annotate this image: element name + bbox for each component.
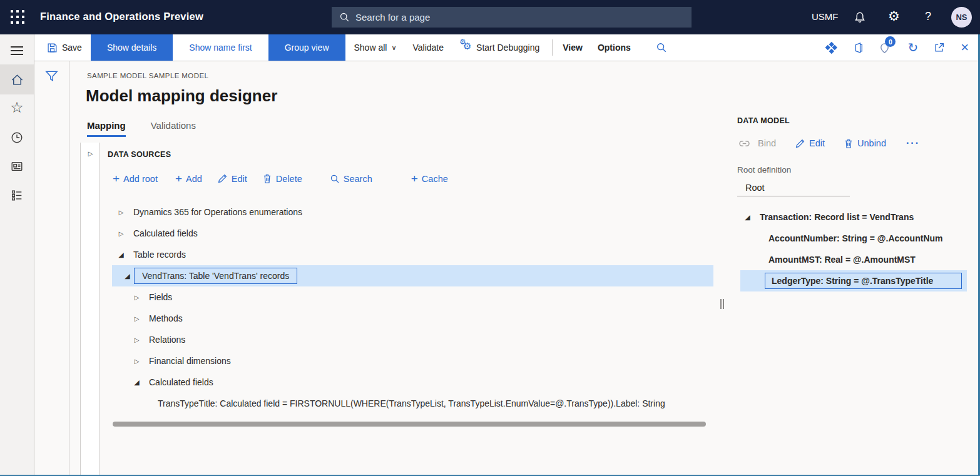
tree-item-label: Financial dimensions (149, 356, 231, 366)
tab-validations[interactable]: Validations (151, 120, 196, 137)
tab-mapping[interactable]: Mapping (87, 120, 126, 137)
avatar[interactable]: NS (951, 7, 972, 28)
page-title: Model mapping designer (86, 86, 277, 106)
chevron-down-icon: ∨ (391, 44, 396, 52)
tree-item-accountnumber[interactable]: AccountNumber: String = @.AccountNum (737, 228, 970, 249)
unbind-button[interactable]: Unbind (844, 138, 886, 149)
chevron-collapsed-icon[interactable]: ▷ (133, 337, 141, 343)
hamburger-menu-icon[interactable] (0, 42, 34, 59)
tree-item-label: Relations (149, 335, 185, 345)
show-details-label: Show details (107, 43, 156, 53)
chevron-collapsed-icon[interactable]: ▷ (117, 230, 125, 237)
show-all-label: Show all (354, 43, 387, 53)
messages-icon[interactable]: 0 (879, 41, 892, 54)
search-input[interactable] (355, 12, 692, 23)
validate-button[interactable]: Validate (412, 34, 444, 61)
tree-item-amountmst[interactable]: AmountMST: Real = @.AmountMST (737, 249, 970, 270)
diamonds-icon[interactable] (826, 43, 837, 53)
show-all-dropdown[interactable]: Show all ∨ (354, 34, 397, 61)
edit-button[interactable]: Edit (217, 173, 247, 184)
group-view-button[interactable]: Group view (268, 34, 345, 61)
datasources-panel: DATA SOURCES + Add root + Add Edit Dele (100, 143, 732, 475)
edit-binding-button[interactable]: Edit (795, 138, 825, 149)
plus-icon: + (113, 173, 120, 185)
tree-item-financial-dimensions[interactable]: ▷ Financial dimensions (100, 350, 732, 372)
search-icon (339, 12, 350, 23)
panel-splitter-handle[interactable] (720, 299, 727, 310)
topbar-search[interactable] (332, 7, 692, 28)
options-label: Options (598, 43, 631, 53)
show-name-first-button[interactable]: Show name first (173, 34, 268, 61)
collapse-panel-icon[interactable]: ▷ (86, 150, 94, 157)
horizontal-scrollbar[interactable] (113, 422, 706, 427)
settings-gear-icon[interactable]: ⚙ (888, 9, 900, 23)
tree-item-transaction[interactable]: ◢ Transaction: Record list = VendTrans (737, 206, 970, 228)
view-menu[interactable]: View (563, 34, 583, 61)
datasources-actions: + Add root + Add Edit Delete (113, 173, 448, 185)
link-icon (738, 139, 750, 148)
tree-item-transtypetitle[interactable]: TransTypeTitle: Calculated field = FIRST… (100, 393, 732, 414)
chevron-expanded-icon[interactable]: ◢ (117, 251, 125, 259)
refresh-icon[interactable]: ↻ (907, 41, 918, 54)
tree-item-ledgertype-selected[interactable]: LedgerType: String = @.TransTypeTitle (740, 270, 967, 291)
sidebar-item-recent[interactable] (0, 126, 34, 149)
start-debugging-button[interactable]: ⚙⚙ Start Debugging (460, 34, 539, 61)
sidebar-item-home[interactable] (0, 64, 34, 94)
tree-item-methods[interactable]: ▷ Methods (100, 308, 732, 329)
chevron-expanded-icon[interactable]: ◢ (123, 272, 131, 280)
more-options-ellipsis-icon[interactable]: ··· (906, 138, 920, 149)
tree-item-label: AccountNumber: String = @.AccountNum (768, 233, 943, 243)
tree-item-label: VendTrans: Table 'VendTrans' records (134, 268, 297, 284)
home-icon (10, 73, 24, 87)
help-icon[interactable]: ? (925, 11, 931, 22)
message-count-badge: 0 (885, 36, 896, 47)
sidebar-item-modules[interactable] (0, 183, 34, 207)
tree-item-label: AmountMST: Real = @.AmountMST (768, 255, 916, 265)
chevron-collapsed-icon[interactable]: ▷ (133, 294, 141, 301)
tree-item-label: Calculated fields (133, 228, 198, 238)
bind-label: Bind (758, 138, 776, 148)
add-root-button[interactable]: + Add root (113, 173, 158, 185)
bind-button[interactable]: Bind (738, 138, 776, 148)
tree-item-table-records[interactable]: ◢ Table records (100, 244, 732, 265)
chevron-collapsed-icon[interactable]: ▷ (133, 315, 141, 322)
sidebar-item-favorites[interactable]: ☆ (0, 96, 34, 119)
close-icon[interactable]: × (961, 41, 969, 54)
company-picker[interactable]: USMF (812, 11, 839, 22)
sidebar-item-workspaces[interactable] (0, 154, 34, 178)
filter-funnel-icon[interactable] (44, 69, 59, 83)
chevron-collapsed-icon[interactable]: ▷ (117, 209, 125, 216)
chevron-expanded-icon[interactable]: ◢ (133, 378, 141, 387)
show-details-button[interactable]: Show details (91, 34, 173, 61)
tab-strip: Mapping Validations (87, 120, 196, 137)
tree-item-enumerations[interactable]: ▷ Dynamics 365 for Operations enumeratio… (100, 201, 732, 223)
toolbar-search-button[interactable] (656, 34, 671, 61)
datasources-tree: ▷ Dynamics 365 for Operations enumeratio… (100, 201, 732, 414)
tree-item-label: Dynamics 365 for Operations enumerations (133, 207, 302, 217)
search-tree-button[interactable]: Search (330, 174, 372, 184)
open-in-new-window-icon[interactable] (934, 42, 945, 53)
tree-item-calculated-fields-child[interactable]: ◢ Calculated fields (100, 372, 732, 393)
tree-item-calculated-fields[interactable]: ▷ Calculated fields (100, 223, 732, 244)
notifications-bell-icon[interactable] (854, 11, 866, 24)
root-definition-field[interactable]: Root (737, 179, 850, 196)
datamodel-panel: DATA MODEL Bind Edit Unbind ··· (737, 113, 970, 475)
save-button[interactable]: Save (47, 34, 82, 61)
office-icon[interactable] (852, 42, 864, 54)
pencil-icon (217, 173, 228, 184)
options-menu[interactable]: Options (598, 34, 631, 61)
chevron-collapsed-icon[interactable]: ▷ (133, 358, 141, 365)
add-button[interactable]: + Add (175, 173, 202, 185)
tree-item-relations[interactable]: ▷ Relations (100, 329, 732, 350)
left-nav-rail: ☆ (0, 34, 34, 476)
cache-button[interactable]: + Cache (411, 173, 448, 185)
tree-item-fields[interactable]: ▷ Fields (100, 286, 732, 308)
datamodel-actions: Bind Edit Unbind ··· (738, 138, 920, 149)
app-launcher-icon[interactable] (11, 10, 25, 24)
tree-item-vendtrans-selected[interactable]: ◢ VendTrans: Table 'VendTrans' records (112, 265, 713, 286)
clock-icon (10, 131, 24, 144)
delete-button[interactable]: Delete (262, 173, 302, 184)
chevron-expanded-icon[interactable]: ◢ (743, 213, 752, 221)
edit-label: Edit (232, 174, 247, 184)
toolbar-divider (552, 39, 553, 56)
